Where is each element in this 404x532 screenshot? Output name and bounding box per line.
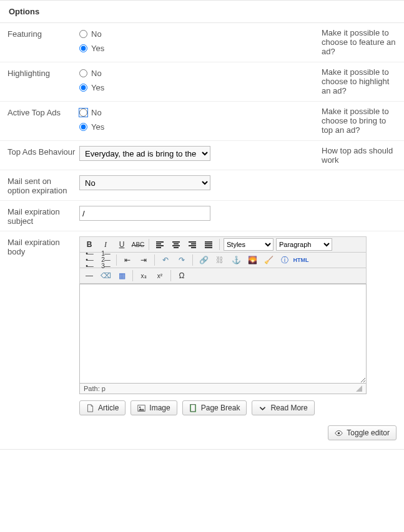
mail-sent-select[interactable]: No [79,175,210,190]
row-active-top-ads: Active Top Ads No Yes Make it possible t… [0,102,404,141]
horizontal-rule-icon[interactable]: — [82,269,96,282]
italic-icon[interactable]: I [99,238,112,251]
styles-select[interactable]: Styles [224,238,273,251]
indent-icon[interactable]: ⇥ [137,254,150,266]
chevron-down-icon [259,404,267,412]
help-icon[interactable]: ⓘ [278,254,292,266]
superscript-icon[interactable]: x² [153,269,167,282]
mail-subject-label: Mail expiration subject [7,206,79,226]
separator [149,239,149,250]
eye-icon [335,429,343,437]
row-highlighting: Highlighting No Yes Make it possible to … [0,62,404,102]
cleanup-icon[interactable]: 🧹 [262,254,275,266]
table-icon[interactable]: ▦ [115,269,129,282]
row-top-behaviour: Top Ads Behaviour Everyday, the ad is br… [0,141,404,170]
separator [154,254,155,266]
active-top-no-label: No [91,108,102,117]
row-mail-body: Mail expiration body B I U ABC Styles Pa… [0,231,404,420]
outdent-icon[interactable]: ⇤ [121,254,134,266]
rich-text-editor: B I U ABC Styles Paragraph •—•—•— 1—2—3— [79,236,367,415]
active-top-radio-yes[interactable] [79,123,87,131]
row-featuring: Featuring No Yes Make it possible to cho… [0,23,404,62]
mail-sent-label: Mail sent on option expiration [7,175,79,195]
html-source-icon[interactable]: HTML [294,254,308,266]
strikethrough-icon[interactable]: ABC [131,238,145,251]
active-top-radio-no[interactable] [79,109,87,117]
article-button[interactable]: Article [79,400,126,415]
anchor-icon[interactable]: ⚓ [229,254,243,266]
row-mail-sent: Mail sent on option expiration No [0,170,404,201]
image-button[interactable]: Image [131,400,177,415]
featuring-radio-no[interactable] [79,30,87,38]
editor-toolbar-row-3: — ⌫ ▦ x₂ x² Ω [79,268,367,284]
editor-content-area[interactable] [79,284,367,384]
underline-icon[interactable]: U [115,238,129,251]
featuring-hint: Make it possible to choose to feature an… [322,28,397,56]
section-title: Options [0,0,404,23]
undo-icon[interactable]: ↶ [159,254,172,266]
editor-status-bar: Path: p [79,384,367,394]
active-top-label: Active Top Ads [7,107,79,117]
featuring-no-label: No [91,29,102,39]
svg-point-4 [338,432,340,433]
highlighting-radio-no[interactable] [79,69,87,77]
top-behaviour-label: Top Ads Behaviour [7,146,79,157]
separator [192,254,193,266]
highlighting-yes-label: Yes [91,83,104,92]
image-icon[interactable]: 🌄 [245,254,259,266]
editor-toolbar-row-1: B I U ABC Styles Paragraph [79,236,367,252]
separator [116,254,117,266]
read-more-button[interactable]: Read More [252,400,314,415]
align-left-icon[interactable] [153,238,167,251]
unlink-icon[interactable]: ⛓ [213,254,227,266]
top-behaviour-select[interactable]: Everyday, the ad is bring to the [79,146,210,161]
bold-icon[interactable]: B [82,238,96,251]
highlighting-no-label: No [91,69,102,78]
row-mail-subject: Mail expiration subject [0,201,404,231]
align-center-icon[interactable] [169,238,183,251]
format-select[interactable]: Paragraph [276,238,332,251]
mail-body-label: Mail expiration body [7,236,79,256]
editor-path-text: Path: p [84,385,106,392]
document-icon [86,404,94,412]
svg-point-1 [139,406,140,407]
active-top-yes-label: Yes [91,122,104,132]
highlighting-radio-yes[interactable] [79,84,87,92]
separator [219,239,220,250]
remove-format-icon[interactable]: ⌫ [99,269,112,282]
mail-subject-input[interactable] [79,206,210,221]
numbered-list-icon[interactable]: 1—2—3— [99,254,112,266]
picture-icon [137,404,145,412]
special-char-icon[interactable]: Ω [175,269,189,282]
featuring-radio-yes[interactable] [79,44,87,52]
separator [170,270,171,281]
link-icon[interactable]: 🔗 [197,254,210,266]
active-top-hint: Make it possible to choose to bring to t… [322,107,397,135]
align-right-icon[interactable] [185,238,199,251]
highlighting-label: Highlighting [7,67,79,78]
redo-icon[interactable]: ↷ [175,254,189,266]
subscript-icon[interactable]: x₂ [137,269,150,282]
align-justify-icon[interactable] [202,238,215,251]
top-behaviour-hint: How top ads should work [322,146,397,165]
featuring-label: Featuring [7,28,79,39]
page-break-icon [189,404,197,412]
editor-toolbar-row-2: •—•—•— 1—2—3— ⇤ ⇥ ↶ ↷ 🔗 ⛓ ⚓ 🌄 🧹 ⓘ HTML [79,252,367,268]
bullet-list-icon[interactable]: •—•—•— [82,254,96,266]
resize-grip-icon[interactable] [356,385,362,392]
highlighting-hint: Make it possible to choose to highlight … [322,67,397,95]
separator [132,270,133,281]
page-break-button[interactable]: Page Break [182,400,247,415]
featuring-yes-label: Yes [91,44,104,53]
toggle-editor-button[interactable]: Toggle editor [328,425,397,440]
